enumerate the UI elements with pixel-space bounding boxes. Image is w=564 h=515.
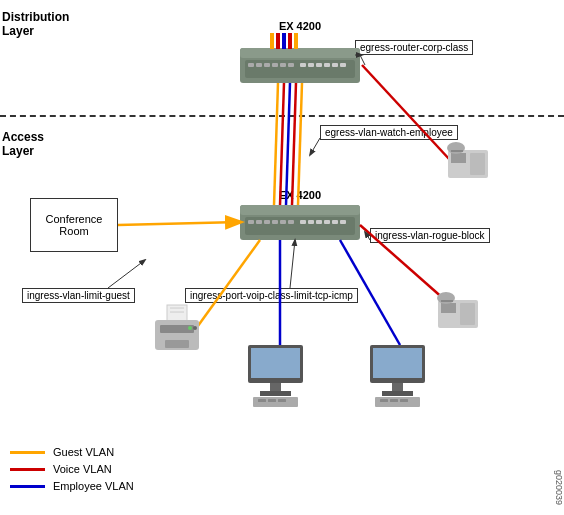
svg-line-46	[362, 65, 450, 160]
voice-vlan-line	[10, 468, 45, 471]
svg-rect-29	[288, 220, 294, 224]
legend-voice: Voice VLAN	[10, 463, 134, 475]
svg-line-45	[118, 222, 240, 225]
svg-rect-85	[380, 399, 388, 402]
printer	[155, 305, 199, 350]
phone-bottom-right	[437, 292, 478, 328]
svg-rect-3	[248, 63, 254, 67]
svg-rect-74	[270, 383, 281, 391]
svg-rect-31	[308, 220, 314, 224]
voice-vlan-label: Voice VLAN	[53, 463, 112, 475]
computer-right	[370, 345, 425, 407]
svg-rect-17	[282, 33, 286, 49]
svg-rect-87	[400, 399, 408, 402]
svg-line-43	[360, 55, 365, 65]
svg-rect-56	[470, 153, 485, 175]
svg-rect-32	[316, 220, 322, 224]
svg-line-38	[280, 83, 284, 205]
svg-line-51	[340, 240, 400, 345]
svg-rect-83	[382, 391, 413, 396]
svg-point-70	[188, 326, 192, 330]
svg-rect-23	[245, 217, 355, 235]
svg-point-71	[193, 326, 197, 330]
svg-rect-24	[248, 220, 254, 224]
svg-point-57	[447, 142, 465, 154]
svg-rect-25	[256, 220, 262, 224]
svg-rect-77	[258, 399, 266, 402]
svg-rect-11	[316, 63, 322, 67]
top-switch: EX 4200	[240, 20, 360, 83]
employee-vlan-line	[10, 485, 45, 488]
svg-rect-61	[460, 303, 475, 325]
svg-rect-2	[245, 60, 355, 78]
guest-vlan-label: Guest VLAN	[53, 446, 114, 458]
svg-rect-86	[390, 399, 398, 402]
svg-rect-69	[165, 340, 189, 348]
svg-text:EX 4200: EX 4200	[279, 20, 321, 32]
svg-rect-82	[392, 383, 403, 391]
svg-rect-6	[272, 63, 278, 67]
network-diagram-svg: EX 4200 EX 4200	[0, 0, 564, 515]
svg-line-37	[274, 83, 278, 205]
svg-rect-33	[324, 220, 330, 224]
guest-vlan-line	[10, 451, 45, 454]
svg-rect-55	[451, 153, 466, 163]
svg-rect-16	[276, 33, 280, 49]
svg-rect-28	[280, 220, 286, 224]
svg-rect-78	[268, 399, 276, 402]
svg-rect-8	[288, 63, 294, 67]
svg-rect-5	[264, 63, 270, 67]
svg-line-49	[195, 240, 260, 330]
phone-top-right	[447, 142, 488, 178]
svg-line-47	[360, 225, 445, 300]
svg-rect-27	[272, 220, 278, 224]
svg-point-62	[437, 292, 455, 304]
svg-rect-26	[264, 220, 270, 224]
svg-rect-14	[340, 63, 346, 67]
svg-rect-22	[240, 205, 360, 215]
svg-rect-12	[324, 63, 330, 67]
employee-vlan-label: Employee VLAN	[53, 480, 134, 492]
computer-left	[248, 345, 303, 407]
svg-rect-34	[332, 220, 338, 224]
watermark: g020039	[554, 470, 564, 505]
svg-line-41	[298, 83, 302, 205]
svg-rect-13	[332, 63, 338, 67]
svg-rect-75	[260, 391, 291, 396]
svg-line-52	[108, 260, 145, 288]
svg-rect-10	[308, 63, 314, 67]
legend-guest: Guest VLAN	[10, 446, 134, 458]
svg-rect-73	[251, 348, 300, 378]
bottom-switch: EX 4200	[240, 189, 360, 240]
svg-rect-7	[280, 63, 286, 67]
svg-rect-81	[373, 348, 422, 378]
svg-line-44	[310, 138, 320, 155]
svg-rect-18	[288, 33, 292, 49]
svg-rect-9	[300, 63, 306, 67]
legend-employee: Employee VLAN	[10, 480, 134, 492]
svg-rect-60	[441, 303, 456, 313]
legend: Guest VLAN Voice VLAN Employee VLAN	[10, 446, 134, 497]
svg-line-40	[292, 83, 296, 205]
svg-rect-1	[240, 48, 360, 58]
svg-line-39	[286, 83, 290, 205]
svg-rect-19	[294, 33, 298, 49]
svg-line-53	[290, 240, 295, 288]
svg-rect-79	[278, 399, 286, 402]
diagram-container: Distribution Layer Access Layer Conferen…	[0, 0, 564, 515]
svg-rect-35	[340, 220, 346, 224]
svg-rect-4	[256, 63, 262, 67]
svg-rect-15	[270, 33, 274, 49]
svg-rect-30	[300, 220, 306, 224]
